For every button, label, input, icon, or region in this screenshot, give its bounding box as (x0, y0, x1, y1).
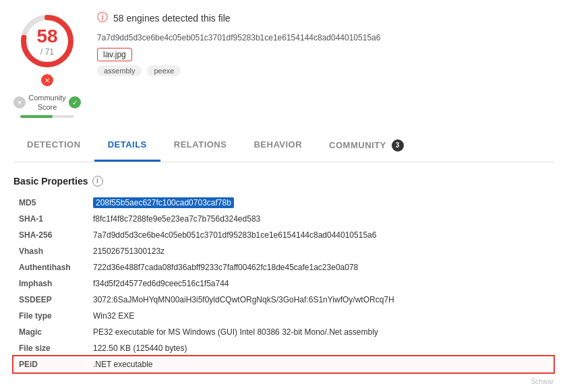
properties-table: MD5 208f55b5aec627fc100cad0703caf78b SHA… (13, 195, 554, 372)
section-title: Basic Properties i (13, 176, 554, 187)
prop-key-imphash: Imphash (13, 275, 88, 292)
prop-val-md5: 208f55b5aec627fc100cad0703caf78b (88, 195, 554, 211)
prop-val-filesize: 122.50 KB (125440 bytes) (88, 340, 554, 356)
score-denominator: / 71 (36, 47, 57, 57)
cs-check-icon: ✓ (69, 96, 81, 108)
cs-x-icon: ✕ (13, 96, 26, 108)
prop-val-ssdeep: 3072:6SaJMoHYqMN00aiH3i5f0yldCQwtORgNqkS… (88, 292, 554, 308)
tab-community[interactable]: COMMUNITY 3 (316, 131, 417, 162)
prop-val-imphash: f34d5f2d4577ed6d9ceec516c1f5a744 (88, 275, 554, 292)
detection-text: 58 engines detected this file (113, 13, 231, 24)
detection-score: 58 (36, 26, 57, 47)
prop-key-magic: Magic (13, 324, 88, 340)
tag-peexe: peexe (147, 65, 181, 76)
table-row: File type Win32 EXE (13, 308, 554, 324)
x-circle-icon: ✕ (41, 74, 53, 86)
prop-val-filetype: Win32 EXE (88, 308, 554, 324)
prop-key-sha1: SHA-1 (13, 211, 88, 227)
prop-val-vhash: 215026751300123z (88, 243, 554, 259)
prop-val-authentihash: 722d36e488f7cada08fd36abff9233c7faff0046… (88, 259, 554, 275)
tabs-bar: DETECTION DETAILS RELATIONS BEHAVIOR COM… (13, 131, 554, 162)
watermark: Schwar (13, 378, 554, 385)
main-hash: 7a7d9dd5d3ce6be4c05eb051c3701df95283b1ce… (97, 33, 554, 42)
table-row: SSDEEP 3072:6SaJMoHYqMN00aiH3i5f0yldCQwt… (13, 292, 554, 308)
info-icon: i (92, 176, 103, 187)
table-row: Magic PE32 executable for MS Windows (GU… (13, 324, 554, 340)
tab-detection[interactable]: DETECTION (13, 131, 94, 162)
filename-box: lav.jpg (97, 48, 132, 61)
table-row: File size 122.50 KB (125440 bytes) (13, 340, 554, 356)
alert-icon: ⓘ (97, 11, 108, 25)
table-row: SHA-1 f8fc1f4f8c7288fe9e5e23ea7c7b756d32… (13, 211, 554, 227)
tab-behavior[interactable]: BEHAVIOR (240, 131, 316, 162)
prop-key-md5: MD5 (13, 195, 88, 211)
tab-details[interactable]: DETAILS (94, 131, 160, 162)
tab-relations[interactable]: RELATIONS (160, 131, 241, 162)
prop-key-vhash: Vhash (13, 243, 88, 259)
table-row-peid: PEiD .NET executable (13, 356, 554, 372)
community-progress-bar (20, 115, 74, 118)
community-score-label: CommunityScore (28, 93, 66, 112)
prop-val-sha256: 7a7d9dd5d3ce6be4c05eb051c3701df95283b1ce… (88, 227, 554, 243)
prop-key-peid: PEiD (13, 356, 88, 372)
table-row: Authentihash 722d36e488f7cada08fd36abff9… (13, 259, 554, 275)
table-row: Imphash f34d5f2d4577ed6d9ceec516c1f5a744 (13, 275, 554, 292)
table-row: MD5 208f55b5aec627fc100cad0703caf78b (13, 195, 554, 211)
prop-key-authentihash: Authentihash (13, 259, 88, 275)
community-badge: 3 (392, 139, 404, 152)
tag-assembly: assembly (97, 65, 142, 76)
detection-alert: ⓘ 58 engines detected this file (97, 11, 554, 25)
prop-key-filesize: File size (13, 340, 88, 356)
prop-key-ssdeep: SSDEEP (13, 292, 88, 308)
table-row: Vhash 215026751300123z (13, 243, 554, 259)
prop-val-peid: .NET executable (88, 356, 554, 372)
prop-key-filetype: File type (13, 308, 88, 324)
prop-val-magic: PE32 executable for MS Windows (GUI) Int… (88, 324, 554, 340)
table-row: SHA-256 7a7d9dd5d3ce6be4c05eb051c3701df9… (13, 227, 554, 243)
prop-key-sha256: SHA-256 (13, 227, 88, 243)
prop-val-sha1: f8fc1f4f8c7288fe9e5e23ea7c7b756d324ed583 (88, 211, 554, 227)
tags-row: assembly peexe (97, 65, 554, 76)
